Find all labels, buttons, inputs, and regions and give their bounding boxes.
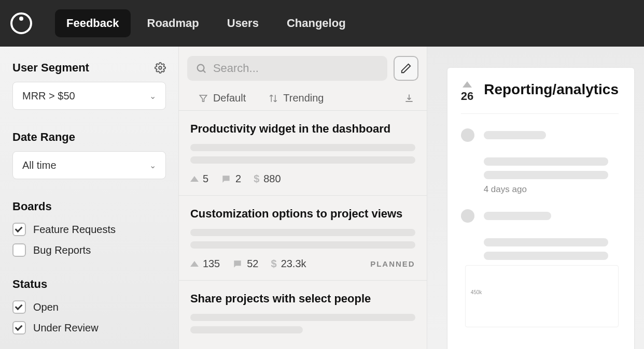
detail-header: 26 Reporting/analytics [461, 81, 619, 114]
sort-label: Trending [283, 92, 324, 104]
comment-icon [232, 259, 243, 269]
nav-feedback[interactable]: Feedback [55, 9, 131, 37]
segment-select[interactable]: MRR > $50 ⌄ [12, 82, 166, 110]
vote-count: 26 [461, 90, 473, 103]
skeleton-line [190, 229, 415, 236]
skeleton-line [484, 252, 608, 260]
search-input[interactable] [213, 62, 379, 75]
post-meta: 5 2 $880 [190, 173, 415, 185]
svg-point-1 [198, 65, 204, 71]
comment-icon [221, 174, 231, 184]
post-title: Customization options to project views [190, 207, 415, 221]
status-under-review[interactable]: Under Review [12, 321, 166, 335]
segment-value: MRR > $50 [22, 90, 75, 102]
status-open[interactable]: Open [12, 300, 166, 314]
value-count: $23.3k [271, 258, 306, 270]
post-title: Share projects with select people [190, 292, 415, 306]
filter-label: Default [213, 92, 246, 104]
skeleton-line [190, 314, 415, 321]
segment-section: User Segment MRR > $50 ⌄ [12, 61, 166, 110]
nav-items: Feedback Roadmap Users Changelog [55, 9, 357, 37]
compose-button[interactable] [394, 56, 418, 81]
board-bug-reports[interactable]: Bug Reports [12, 243, 166, 257]
skeleton-line [484, 212, 551, 220]
sort-icon [269, 94, 278, 103]
detail-title: Reporting/analytics [484, 81, 619, 98]
app-logo [10, 12, 32, 34]
vote-button[interactable]: 26 [461, 81, 473, 103]
skeleton-line [484, 238, 608, 246]
analytics-chart-placeholder: 450k [465, 265, 619, 327]
checkbox-icon[interactable] [12, 243, 26, 257]
upvote-icon [190, 176, 199, 182]
page-body: User Segment MRR > $50 ⌄ Date Range All … [0, 47, 644, 349]
skeleton-line [484, 131, 546, 139]
boards-section: Boards Feature Requests Bug Reports [12, 200, 166, 257]
post-item[interactable]: Customization options to project views 1… [179, 196, 427, 281]
upvote-icon [463, 81, 472, 88]
board-feature-requests[interactable]: Feature Requests [12, 223, 166, 236]
post-meta: 135 52 $23.3k PLANNED [190, 258, 415, 270]
avatar [461, 209, 474, 223]
avatar [461, 128, 474, 142]
status-label: Open [33, 301, 59, 313]
upvote-icon [190, 261, 199, 267]
svg-point-0 [159, 66, 162, 69]
search-box[interactable] [187, 56, 387, 81]
filter-button[interactable]: Default [187, 92, 257, 104]
date-range-value: All time [22, 159, 57, 171]
value-count: $880 [254, 173, 281, 185]
status-title: Status [12, 278, 166, 291]
dollar-icon: $ [271, 258, 277, 270]
date-range-section: Date Range All time ⌄ [12, 130, 166, 179]
list-toolbar: Default Trending [179, 86, 427, 111]
comment-count[interactable]: 52 [232, 258, 258, 270]
checkbox-icon[interactable] [12, 321, 26, 335]
chevron-down-icon: ⌄ [149, 91, 156, 101]
detail-card: 26 Reporting/analytics 4 days ago [447, 67, 635, 349]
date-range-select[interactable]: All time ⌄ [12, 151, 166, 179]
filter-icon [199, 94, 208, 103]
post-title: Productivity widget in the dashboard [190, 122, 415, 136]
board-label: Feature Requests [33, 224, 116, 236]
status-label: Under Review [33, 322, 99, 334]
skeleton-line [190, 326, 303, 333]
download-button[interactable] [400, 93, 418, 104]
boards-title: Boards [12, 200, 166, 213]
gear-icon[interactable] [155, 62, 166, 74]
board-label: Bug Reports [33, 244, 91, 256]
upvote-count[interactable]: 5 [190, 173, 208, 185]
comment-row [461, 128, 619, 142]
pencil-icon [400, 63, 412, 74]
skeleton-line [484, 171, 608, 179]
svg-line-2 [203, 70, 205, 72]
search-icon [195, 63, 207, 74]
segment-title: User Segment [12, 61, 89, 75]
chart-axis-label: 450k [471, 289, 482, 295]
nav-roadmap[interactable]: Roadmap [136, 9, 211, 37]
search-row [179, 47, 427, 86]
skeleton-line [190, 156, 415, 164]
chevron-down-icon: ⌄ [149, 161, 156, 170]
upvote-count[interactable]: 135 [190, 258, 220, 270]
post-item[interactable]: Share projects with select people [179, 281, 427, 349]
filter-sidebar: User Segment MRR > $50 ⌄ Date Range All … [0, 47, 178, 349]
top-nav: Feedback Roadmap Users Changelog [0, 0, 644, 47]
status-badge: PLANNED [370, 259, 415, 268]
dollar-icon: $ [254, 173, 259, 185]
sort-button[interactable]: Trending [257, 92, 335, 104]
skeleton-line [190, 144, 415, 151]
nav-changelog[interactable]: Changelog [275, 9, 357, 37]
svg-marker-3 [200, 95, 207, 101]
detail-panel: 26 Reporting/analytics 4 days ago [427, 47, 644, 349]
date-range-title: Date Range [12, 130, 75, 144]
comment-count[interactable]: 2 [221, 173, 241, 185]
checkbox-icon[interactable] [12, 223, 26, 236]
post-list-panel: Default Trending Productivity widget in … [178, 47, 427, 349]
skeleton-line [484, 157, 608, 166]
checkbox-icon[interactable] [12, 300, 26, 314]
status-section: Status Open Under Review [12, 278, 166, 335]
detail-timestamp: 4 days ago [484, 184, 619, 195]
post-item[interactable]: Productivity widget in the dashboard 5 2… [179, 111, 427, 196]
nav-users[interactable]: Users [216, 9, 270, 37]
